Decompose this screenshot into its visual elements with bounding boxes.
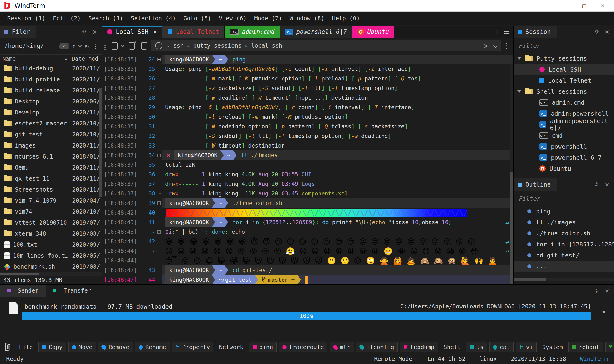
file-row[interactable]: images2020/11/ (0, 140, 102, 151)
close-session-icon[interactable] (129, 42, 135, 50)
file-row[interactable]: benchmark.sh2019/08/ (0, 261, 102, 272)
toolbar-button-move[interactable]: Move (68, 342, 96, 352)
path-dropdown-icon[interactable] (78, 44, 82, 48)
tab-local-ssh[interactable]: Local SSH× (102, 26, 162, 38)
column-name[interactable]: Name ▲ (0, 55, 69, 63)
toolbar-button-ls[interactable]: ls (466, 342, 487, 352)
toolbar-button-tcpdump[interactable]: tcpdump (400, 342, 438, 352)
toolbar-button-copy[interactable]: Copy (38, 342, 66, 352)
tab-local-telnet[interactable]: Local Telnet (162, 26, 225, 38)
outline-item[interactable]: ... (514, 261, 614, 272)
session-settings-icon[interactable]: ☼ (595, 28, 599, 36)
toolbar-button-remove[interactable]: Remove (98, 342, 133, 352)
filer-vertical-scrollbar[interactable] (99, 88, 102, 298)
transfer-collapse-icon[interactable]: ▼ (602, 309, 605, 315)
file-row[interactable]: build-debug2020/11/ (0, 63, 102, 74)
filer-tab[interactable]: Filer (0, 26, 36, 38)
terminal-more-icon[interactable]: ⋮ (503, 42, 510, 50)
new-session-dropdown-icon[interactable] (121, 43, 125, 47)
outline-item[interactable]: cd git-test/ (514, 250, 614, 261)
session-close-icon[interactable]: × (605, 28, 609, 35)
session-tree-item[interactable]: C:\_admin:cmd (514, 97, 614, 108)
session-panel-tab[interactable]: Session (514, 26, 557, 38)
session-tree-item[interactable]: Local Telnet (514, 75, 614, 86)
session-tree-item[interactable]: >_powershell (514, 141, 614, 152)
toolbar-button-vi[interactable]: vi (516, 342, 537, 352)
outline-item[interactable]: ./true_color.sh (514, 228, 614, 239)
maximize-button[interactable]: □ (575, 0, 593, 11)
info-icon[interactable]: i (155, 42, 162, 49)
clear-path-icon[interactable]: × (58, 43, 69, 49)
status-os[interactable]: linux (479, 356, 497, 362)
breadcrumb-item[interactable]: local ssh (251, 42, 282, 49)
status-app-name[interactable]: WindTerm (580, 356, 608, 362)
reopen-session-icon[interactable] (141, 42, 147, 50)
fold-marker[interactable] (155, 227, 162, 237)
outline-filter-input[interactable] (519, 194, 609, 204)
toolbar-button-mtr[interactable]: mtr (330, 342, 354, 352)
session-tree-item[interactable]: >_powershell 6|7 (514, 152, 614, 163)
close-button[interactable]: × (593, 0, 612, 11)
breadcrumb[interactable]: i ▸ssh▸putty sessions▸local ssh > (151, 40, 501, 51)
toolbar-button-cat[interactable]: cat (489, 342, 514, 352)
outline-item[interactable]: for i in {128512..128589} (514, 239, 614, 250)
tab-powershell-6-7[interactable]: >_powershell 6|7 (280, 26, 352, 38)
drag-handle[interactable] (104, 42, 106, 50)
fold-marker[interactable] (155, 198, 162, 208)
status-position[interactable]: Ln 44 Ch 52 (427, 356, 466, 362)
filer-close-icon[interactable]: × (93, 28, 97, 35)
chevron-right-icon[interactable]: > (484, 42, 488, 50)
toolbar-button-ping[interactable]: ping (249, 342, 277, 352)
transfer-tab-transfer[interactable]: Transfer (46, 285, 98, 297)
transfer-tab-sender[interactable]: Sender (0, 285, 46, 297)
filer-more-icon[interactable]: ⋮ (92, 42, 99, 50)
fold-marker[interactable] (155, 150, 162, 160)
menu-item-search[interactable]: Search (3) (85, 14, 127, 23)
breadcrumb-dropdown-icon[interactable] (493, 44, 497, 48)
filer-settings-icon[interactable]: ☼ (82, 28, 86, 36)
file-row[interactable]: esctest2-master2020/10/ (0, 118, 102, 129)
outline-panel-tab[interactable]: Outline (514, 178, 557, 191)
refresh-icon[interactable]: ↻ (85, 43, 89, 50)
outline-close-icon[interactable]: × (605, 181, 609, 188)
breadcrumb-item[interactable]: putty sessions (193, 42, 241, 49)
file-row[interactable]: xterm-3482019/08/ (0, 228, 102, 239)
menu-item-help[interactable]: Help (0) (328, 14, 363, 23)
terminal-scrollbar[interactable] (510, 64, 513, 285)
transfer-close-icon[interactable]: × (605, 287, 609, 295)
status-mode[interactable]: Remote Mode (374, 356, 414, 362)
expand-arrow-icon[interactable] (517, 57, 521, 60)
new-session-icon[interactable] (112, 42, 118, 50)
file-row[interactable]: Develop2020/11/ (0, 107, 102, 118)
breadcrumb-item[interactable]: ssh (173, 42, 183, 49)
minimize-button[interactable]: ─ (557, 0, 575, 11)
session-tree-item[interactable]: Shell sessions (514, 86, 614, 97)
column-date-modified[interactable]: Date mod (69, 56, 102, 62)
outline-settings-icon[interactable]: ☼ (595, 181, 599, 188)
transfer-settings-icon[interactable]: ☼ (595, 287, 599, 295)
toolbar-button-property[interactable]: Property (172, 342, 214, 352)
session-tree-item[interactable]: Putty sessions (514, 53, 614, 64)
menu-item-window[interactable]: Window (8) (286, 14, 328, 23)
toolbar-button-reboot[interactable]: reboot (568, 342, 603, 352)
file-row[interactable]: vim742020/10/ (0, 206, 102, 217)
file-row[interactable]: Qemu2020/11/ (0, 162, 102, 173)
session-tree-item[interactable]: Ubuntu (514, 163, 614, 174)
file-row[interactable]: vttest-201907102019/07/ (0, 217, 102, 228)
menu-item-mode[interactable]: Mode (7) (251, 14, 286, 23)
up-directory-icon[interactable]: ↑ (72, 43, 76, 50)
file-row[interactable]: 10m_lines_foo.t…2020/05/ (0, 250, 102, 261)
file-row[interactable]: Screenshots2020/11/ (0, 184, 102, 195)
fold-marker[interactable] (155, 55, 162, 64)
menu-item-edit[interactable]: Edit (2) (49, 14, 85, 23)
toolbar-button-traceroute[interactable]: traceroute (279, 342, 327, 352)
file-row[interactable]: vim-7.4.10792020/04/ (0, 195, 102, 206)
file-row[interactable]: ncurses-6.12018/01/ (0, 151, 102, 162)
toolbar-button-ifconfig[interactable]: ifconfig (356, 342, 398, 352)
outline-item[interactable]: ping (514, 206, 614, 217)
file-row[interactable]: build-release2020/11/ (0, 85, 102, 96)
menu-item-selection[interactable]: Selection (4) (127, 14, 180, 23)
expand-arrow-icon[interactable] (517, 90, 521, 93)
toolbar-button-rename[interactable]: Rename (135, 342, 170, 352)
session-tree-item[interactable]: C:\_cmd (514, 130, 614, 141)
